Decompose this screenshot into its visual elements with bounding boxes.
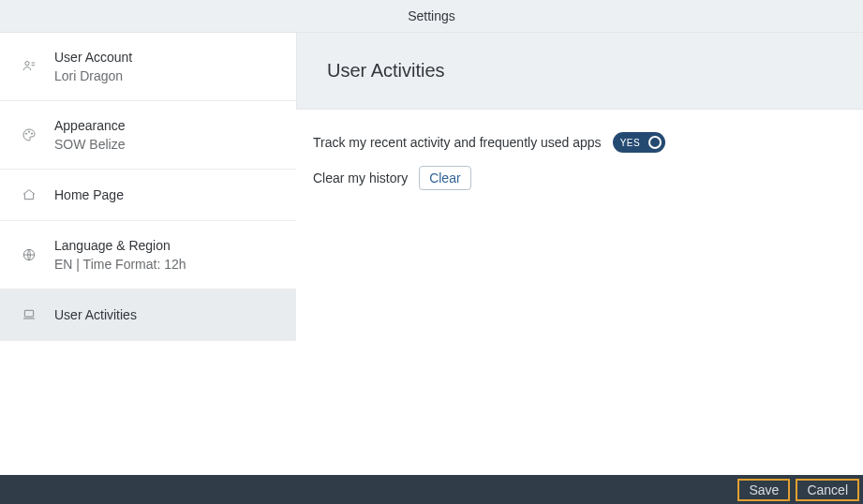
user-icon	[21, 58, 37, 75]
track-activity-label: Track my recent activity and frequently …	[313, 135, 602, 150]
sidebar-item-home-page[interactable]: Home Page	[0, 170, 296, 221]
clear-history-label: Clear my history	[313, 170, 408, 185]
cancel-button[interactable]: Cancel	[796, 479, 859, 501]
sidebar-item-title: User Account	[54, 50, 132, 65]
sidebar-item-title: Home Page	[54, 187, 124, 202]
svg-rect-5	[24, 310, 33, 317]
main-heading: User Activities	[327, 60, 445, 82]
main-panel: User Activities Track my recent activity…	[296, 33, 863, 475]
sidebar-item-user-activities[interactable]: User Activities	[0, 289, 296, 341]
clear-history-row: Clear my history Clear	[313, 166, 846, 190]
sidebar-item-subtitle: Lori Dragon	[54, 68, 132, 83]
sidebar-item-language-region[interactable]: Language & Region EN | Time Format: 12h	[0, 221, 296, 289]
laptop-icon	[21, 306, 37, 323]
svg-point-3	[31, 133, 32, 134]
footer-bar: Save Cancel	[0, 475, 863, 504]
clear-button[interactable]: Clear	[419, 166, 470, 190]
toggle-label: YES	[620, 138, 641, 148]
sidebar-item-user-account[interactable]: User Account Lori Dragon	[0, 33, 296, 101]
save-button[interactable]: Save	[737, 479, 790, 501]
track-activity-toggle[interactable]: YES	[613, 132, 665, 153]
home-icon	[21, 186, 37, 203]
toggle-knob-icon	[648, 136, 662, 149]
svg-point-0	[25, 62, 29, 66]
main-heading-bar: User Activities	[296, 33, 863, 110]
sidebar-item-title: User Activities	[54, 307, 137, 322]
track-activity-row: Track my recent activity and frequently …	[313, 132, 846, 153]
svg-point-2	[28, 131, 29, 132]
sidebar-item-title: Appearance	[54, 118, 126, 133]
sidebar-item-appearance[interactable]: Appearance SOW Belize	[0, 101, 296, 170]
settings-header: Settings	[0, 0, 863, 33]
settings-sidebar: User Account Lori Dragon Appearance SOW …	[0, 33, 296, 475]
svg-point-1	[25, 133, 26, 134]
sidebar-item-subtitle: EN | Time Format: 12h	[54, 257, 186, 272]
settings-title: Settings	[408, 8, 455, 23]
palette-icon	[21, 126, 37, 143]
globe-icon	[21, 246, 37, 263]
sidebar-item-subtitle: SOW Belize	[54, 137, 126, 152]
sidebar-item-title: Language & Region	[54, 238, 186, 253]
